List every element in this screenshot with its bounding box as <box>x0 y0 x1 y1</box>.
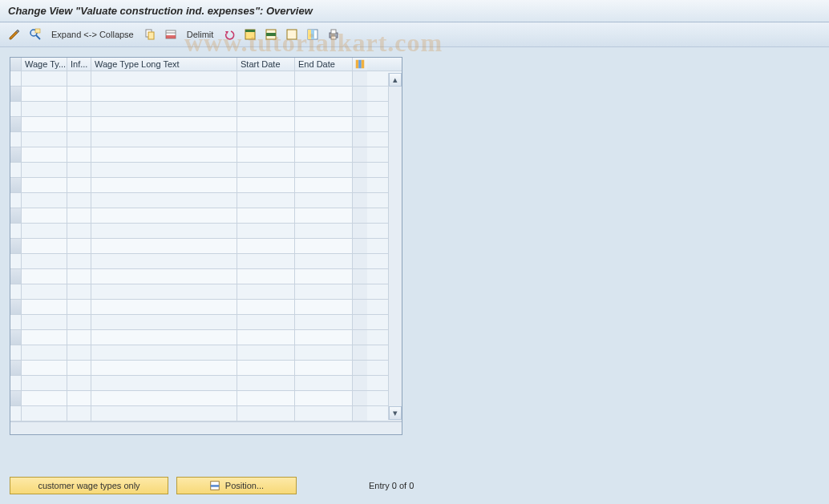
cell-wage-type[interactable] <box>22 269 67 284</box>
cell-long-text[interactable] <box>91 193 237 208</box>
table-row[interactable] <box>10 254 402 269</box>
cell-start-date[interactable] <box>237 284 295 299</box>
cell-inf[interactable] <box>67 300 91 314</box>
cell-inf[interactable] <box>67 254 91 268</box>
row-selector[interactable] <box>10 224 22 238</box>
cell-long-text[interactable] <box>91 132 237 147</box>
cell-long-text[interactable] <box>91 208 237 223</box>
row-selector[interactable] <box>10 193 22 208</box>
cell-inf[interactable] <box>67 147 91 162</box>
cell-inf[interactable] <box>67 208 91 223</box>
cell-wage-type[interactable] <box>22 361 67 375</box>
cell-start-date[interactable] <box>237 193 295 208</box>
row-selector[interactable] <box>10 132 22 147</box>
table-row[interactable] <box>10 208 402 224</box>
cell-end-date[interactable] <box>295 117 353 131</box>
cell-wage-type[interactable] <box>22 254 67 268</box>
cell-wage-type[interactable] <box>22 208 67 223</box>
cell-end-date[interactable] <box>295 87 353 101</box>
cell-start-date[interactable] <box>237 147 295 162</box>
cell-long-text[interactable] <box>91 376 237 390</box>
cell-wage-type[interactable] <box>22 132 67 147</box>
row-selector[interactable] <box>10 406 22 421</box>
cell-long-text[interactable] <box>91 147 237 162</box>
cell-inf[interactable] <box>67 330 91 345</box>
cell-inf[interactable] <box>67 193 91 208</box>
cell-inf[interactable] <box>67 87 91 101</box>
cell-wage-type[interactable] <box>22 376 67 390</box>
cell-wage-type[interactable] <box>22 147 67 162</box>
cell-long-text[interactable] <box>91 71 237 86</box>
cell-wage-type[interactable] <box>22 345 67 360</box>
row-selector[interactable] <box>10 87 22 101</box>
cell-inf[interactable] <box>67 361 91 375</box>
table-row[interactable] <box>10 132 402 147</box>
vertical-scrollbar[interactable]: ▴ ▾ <box>388 73 402 420</box>
col-header-end-date[interactable]: End Date <box>295 58 353 71</box>
undo-button[interactable] <box>221 26 237 42</box>
config-button[interactable] <box>305 26 321 42</box>
col-header-start-date[interactable]: Start Date <box>237 58 295 71</box>
cell-start-date[interactable] <box>237 208 295 223</box>
table-row[interactable] <box>10 193 402 208</box>
cell-start-date[interactable] <box>237 361 295 375</box>
cell-end-date[interactable] <box>295 178 353 192</box>
cell-inf[interactable] <box>67 117 91 131</box>
cell-end-date[interactable] <box>295 224 353 238</box>
table-row[interactable] <box>10 117 402 132</box>
table-row[interactable] <box>10 239 402 254</box>
cell-inf[interactable] <box>67 71 91 86</box>
cell-end-date[interactable] <box>295 391 353 405</box>
cell-inf[interactable] <box>67 406 91 421</box>
cell-long-text[interactable] <box>91 345 237 360</box>
row-selector[interactable] <box>10 71 22 86</box>
cell-wage-type[interactable] <box>22 224 67 238</box>
table-row[interactable] <box>10 102 402 117</box>
row-selector[interactable] <box>10 208 22 223</box>
row-selector[interactable] <box>10 391 22 405</box>
cell-inf[interactable] <box>67 376 91 390</box>
cell-inf[interactable] <box>67 224 91 238</box>
cell-end-date[interactable] <box>295 330 353 345</box>
cell-wage-type[interactable] <box>22 71 67 86</box>
cell-long-text[interactable] <box>91 254 237 268</box>
row-selector[interactable] <box>10 376 22 390</box>
cell-start-date[interactable] <box>237 406 295 421</box>
cell-long-text[interactable] <box>91 224 237 238</box>
table-row[interactable] <box>10 345 402 361</box>
copy-as-button[interactable] <box>142 26 158 42</box>
cell-start-date[interactable] <box>237 300 295 314</box>
row-selector[interactable] <box>10 117 22 131</box>
cell-long-text[interactable] <box>91 361 237 375</box>
cell-inf[interactable] <box>67 284 91 299</box>
row-selector[interactable] <box>10 254 22 268</box>
cell-start-date[interactable] <box>237 269 295 284</box>
cell-wage-type[interactable] <box>22 117 67 131</box>
row-selector[interactable] <box>10 284 22 299</box>
cell-start-date[interactable] <box>237 239 295 253</box>
cell-end-date[interactable] <box>295 284 353 299</box>
row-selector[interactable] <box>10 102 22 116</box>
cell-start-date[interactable] <box>237 376 295 390</box>
print-button[interactable] <box>326 26 342 42</box>
cell-start-date[interactable] <box>237 178 295 192</box>
row-selector[interactable] <box>10 315 22 329</box>
edit-toggle-button[interactable] <box>6 26 22 42</box>
cell-long-text[interactable] <box>91 330 237 345</box>
cell-start-date[interactable] <box>237 87 295 101</box>
row-selector[interactable] <box>10 269 22 284</box>
expand-collapse-label[interactable]: Expand <-> Collapse <box>48 30 137 39</box>
cell-inf[interactable] <box>67 178 91 192</box>
row-selector[interactable] <box>10 147 22 162</box>
table-row[interactable] <box>10 147 402 163</box>
cell-inf[interactable] <box>67 391 91 405</box>
cell-inf[interactable] <box>67 315 91 329</box>
cell-start-date[interactable] <box>237 315 295 329</box>
scroll-up-button[interactable]: ▴ <box>389 73 402 87</box>
cell-end-date[interactable] <box>295 345 353 360</box>
cell-inf[interactable] <box>67 269 91 284</box>
deselect-all-button[interactable] <box>284 26 300 42</box>
table-row[interactable] <box>10 361 402 376</box>
cell-start-date[interactable] <box>237 330 295 345</box>
col-header-inf[interactable]: Inf... <box>67 58 91 71</box>
